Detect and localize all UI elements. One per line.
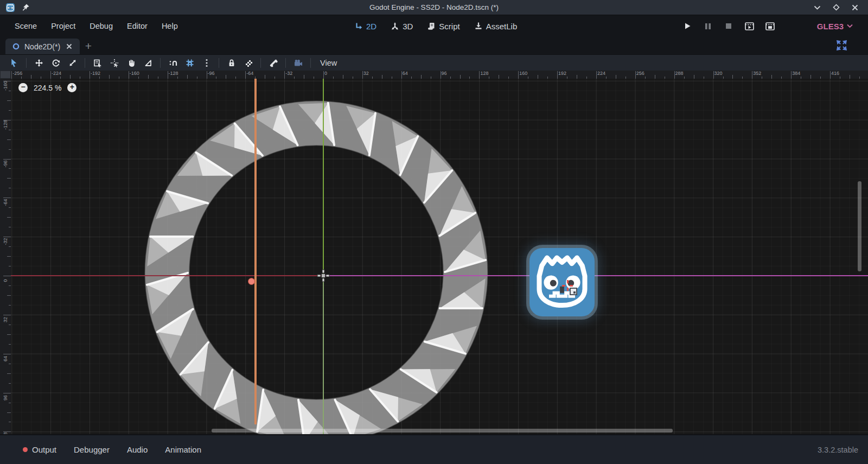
drag-cursor-icon — [570, 288, 577, 295]
2d-workspace-icon — [354, 22, 363, 30]
move-tool[interactable] — [31, 56, 46, 70]
play-custom-scene-button[interactable] — [764, 20, 776, 32]
bottom-tab-debugger[interactable]: Debugger — [65, 442, 118, 457]
zoom-out-button[interactable]: − — [18, 83, 28, 92]
assetlib-workspace-icon — [474, 22, 483, 30]
scene-tab-bar: Node2D(*) + — [0, 37, 868, 54]
script-workspace-icon — [427, 22, 436, 30]
chevron-down-icon — [847, 24, 853, 28]
menu-bar: Scene Project Debug Editor Help 2D 3D Sc… — [0, 15, 868, 37]
distraction-free-toggle[interactable] — [837, 40, 847, 51]
viewport-rect-left-edge — [323, 276, 324, 434]
close-button[interactable] — [852, 4, 858, 11]
menu-project[interactable]: Project — [44, 18, 82, 34]
zoom-widget: − 224.5 % + — [18, 83, 76, 92]
scale-tool[interactable] — [65, 56, 80, 70]
window-title: Godot Engine - SS2D - Node2D.tscn (*) — [0, 3, 868, 11]
2d-viewport-canvas[interactable]: − 224.5 % + — [11, 79, 868, 434]
video-driver-label: GLES3 — [817, 22, 844, 31]
lock-object-button[interactable] — [224, 56, 239, 70]
add-scene-tab-button[interactable]: + — [81, 39, 95, 53]
horizontal-scrollbar[interactable] — [212, 429, 673, 433]
edge-guide-line — [254, 79, 257, 424]
tab-close-icon[interactable] — [65, 42, 73, 51]
rotate-tool[interactable] — [48, 56, 63, 70]
select-tool[interactable] — [7, 56, 21, 70]
output-alert-dot — [23, 447, 28, 452]
node2d-icon — [12, 42, 20, 50]
workspace-assetlib-button[interactable]: AssetLib — [471, 20, 521, 33]
zoom-in-button[interactable]: + — [67, 83, 76, 92]
node-origin-gizmo[interactable] — [316, 269, 330, 285]
play-button[interactable] — [681, 20, 693, 32]
grid-snap-toggle[interactable] — [182, 56, 197, 70]
zoom-level[interactable]: 224.5 % — [34, 84, 61, 92]
smartshape-ring[interactable] — [11, 79, 868, 434]
bottom-tab-output[interactable]: Output — [14, 442, 65, 457]
workspace-switcher: 2D 3D Script AssetLib — [351, 20, 520, 33]
menu-help[interactable]: Help — [155, 18, 185, 34]
playback-controls — [681, 20, 776, 32]
play-scene-button[interactable] — [743, 20, 755, 32]
maximize-button[interactable] — [833, 4, 840, 11]
smart-snap-toggle[interactable] — [165, 56, 180, 70]
minimize-button[interactable] — [814, 5, 821, 10]
bone-options-button[interactable] — [266, 56, 280, 70]
viewport-rect-top-edge — [323, 275, 868, 276]
workspace-2d-button[interactable]: 2D — [351, 20, 380, 33]
pin-icon[interactable] — [21, 3, 30, 12]
main-menus: Scene Project Debug Editor Help — [0, 18, 185, 34]
pause-button[interactable] — [702, 20, 714, 32]
title-bar: Godot Engine - SS2D - Node2D.tscn (*) — [0, 0, 868, 15]
vertical-scrollbar[interactable] — [858, 181, 861, 271]
view-menu[interactable]: View — [315, 59, 342, 67]
bottom-tab-audio[interactable]: Audio — [118, 442, 156, 457]
pan-tool[interactable] — [124, 56, 138, 70]
godot-editor-window: Godot Engine - SS2D - Node2D.tscn (*) Sc… — [0, 0, 868, 464]
snap-options-menu[interactable] — [199, 56, 214, 70]
expand-icon — [837, 40, 847, 50]
list-select-tool[interactable] — [90, 56, 105, 70]
horizontal-ruler[interactable]: -256-224-192-160-128-96-64-3203264961281… — [11, 71, 868, 79]
engine-version: 3.3.2.stable — [818, 446, 858, 454]
ruler-tool[interactable] — [141, 56, 155, 70]
vertical-ruler[interactable]: -160-128-96-64-320326496128 — [0, 79, 11, 434]
ruler-corner — [0, 71, 11, 79]
workspace-script-button[interactable]: Script — [424, 20, 463, 33]
godot-logo-icon — [5, 3, 15, 12]
video-driver-select[interactable]: GLES3 — [817, 22, 853, 31]
scene-tab-node2d[interactable]: Node2D(*) — [5, 39, 80, 54]
shape-point-handle[interactable] — [248, 278, 255, 285]
bottom-panel: Output Debugger Audio Animation 3.3.2.st… — [0, 434, 868, 464]
menu-scene[interactable]: Scene — [8, 18, 44, 34]
scene-tab-label: Node2D(*) — [24, 42, 60, 51]
camera-override-button[interactable] — [291, 56, 305, 70]
bottom-tab-animation[interactable]: Animation — [156, 442, 210, 457]
canvas-toolbar: View — [0, 54, 868, 71]
menu-debug[interactable]: Debug — [82, 18, 120, 34]
stop-button[interactable] — [723, 20, 735, 32]
menu-editor[interactable]: Editor — [120, 18, 155, 34]
workspace-3d-button[interactable]: 3D — [387, 20, 416, 33]
3d-workspace-icon — [391, 22, 399, 30]
pivot-tool[interactable] — [107, 56, 122, 70]
group-object-button[interactable] — [241, 56, 256, 70]
